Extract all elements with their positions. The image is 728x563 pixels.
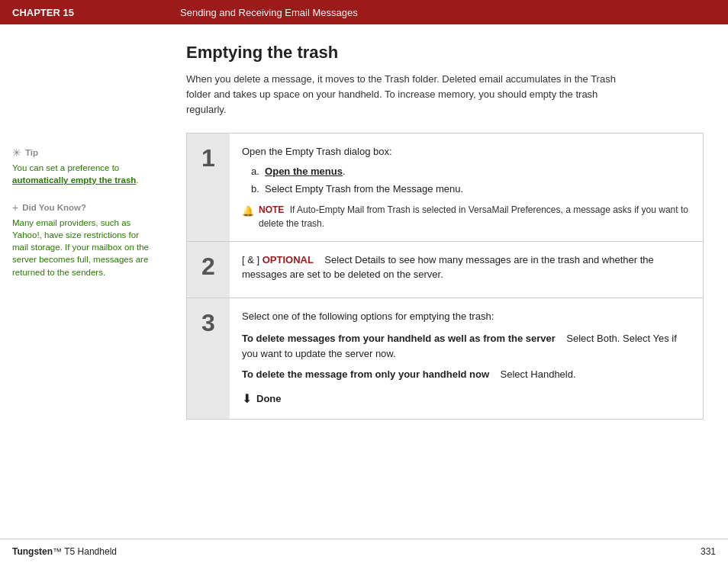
step-1-number: 1 (187, 134, 230, 241)
done-icon: ⬇ (242, 390, 252, 408)
step-1-line-3: b. Select Empty Trash from the Message m… (251, 182, 691, 197)
brand-name: Tungsten (12, 546, 53, 557)
tip-text: You can set a preference to automaticall… (12, 162, 156, 186)
done-row: ⬇ Done (242, 390, 691, 408)
section-title: Emptying the trash (186, 43, 704, 63)
footer-brand: Tungsten™ T5 Handheld (12, 546, 117, 557)
tip-link[interactable]: automatically empty the trash (12, 175, 136, 185)
step-3-option-1-label: To delete messages from your handheld as… (242, 333, 556, 344)
main-content: ✳ Tip You can set a preference to automa… (0, 24, 728, 539)
tip-star-icon: ✳ (12, 146, 21, 159)
trademark: ™ (53, 546, 62, 557)
step-2-optional-label: OPTIONAL (263, 254, 314, 265)
chapter-title: Sending and Receiving Email Messages (180, 7, 358, 18)
steps-container: 1 Open the Empty Trash dialog box: a. Op… (186, 133, 704, 420)
step-3-heading: Select one of the following options for … (242, 309, 691, 324)
note-label: NOTE (259, 204, 284, 215)
step-2-bracket: [ & ] (242, 254, 263, 265)
step-1-line-2: a. Open the menus. (251, 164, 691, 179)
tip-text-after: . (136, 175, 138, 185)
note-icon: 🔔 (242, 204, 254, 219)
note-text: If Auto-Empty Mail from Trash is selecte… (259, 204, 688, 229)
step-1-line-1: Open the Empty Trash dialog box: (242, 144, 691, 159)
step-3-option-1: To delete messages from your handheld as… (242, 331, 691, 361)
tip-text-before: You can set a preference to (12, 163, 119, 172)
step-3-option-2-label: To delete the message from only your han… (242, 368, 489, 380)
did-you-know-block: + Did You Know? Many email providers, su… (12, 201, 156, 278)
sidebar: ✳ Tip You can set a preference to automa… (0, 24, 168, 539)
note-block: 🔔 NOTE If Auto-Empty Mail from Trash is … (242, 203, 691, 230)
dyk-label: Did You Know? (22, 203, 86, 212)
step-3-option-2: To delete the message from only your han… (242, 367, 691, 382)
content-area: Emptying the trash When you delete a mes… (168, 24, 728, 539)
step-1: 1 Open the Empty Trash dialog box: a. Op… (187, 134, 703, 242)
tip-header: ✳ Tip (12, 146, 156, 159)
plus-icon: + (12, 201, 18, 214)
dyk-text: Many email providers, such as Yahoo!, ha… (12, 217, 156, 278)
step-3-option-2-text: Select Handheld. (492, 368, 576, 380)
step-2-text: [ & ] OPTIONAL Select Details to see how… (242, 253, 691, 282)
header-bar: CHAPTER 15 Sending and Receiving Email M… (0, 0, 728, 24)
intro-text: When you delete a message, it moves to t… (186, 72, 629, 117)
step-2-number: 2 (187, 242, 230, 298)
done-label: Done (256, 391, 282, 407)
step-3-number: 3 (187, 298, 230, 419)
step-2-content: [ & ] OPTIONAL Select Details to see how… (230, 242, 703, 298)
brand-label: Handheld (78, 546, 117, 557)
tip-block: ✳ Tip You can set a preference to automa… (12, 146, 156, 186)
dyk-header: + Did You Know? (12, 201, 156, 214)
chapter-label: CHAPTER 15 (12, 7, 180, 18)
footer-page-number: 331 (701, 546, 716, 557)
tip-label: Tip (25, 148, 38, 157)
step-3: 3 Select one of the following options fo… (187, 298, 703, 419)
step-3-content: Select one of the following options for … (230, 298, 703, 419)
open-menus-link[interactable]: Open the menus (265, 166, 343, 177)
footer: Tungsten™ T5 Handheld 331 (0, 539, 728, 563)
model-name: T5 (64, 546, 75, 557)
step-1-content: Open the Empty Trash dialog box: a. Open… (230, 134, 703, 241)
step-2: 2 [ & ] OPTIONAL Select Details to see h… (187, 242, 703, 298)
